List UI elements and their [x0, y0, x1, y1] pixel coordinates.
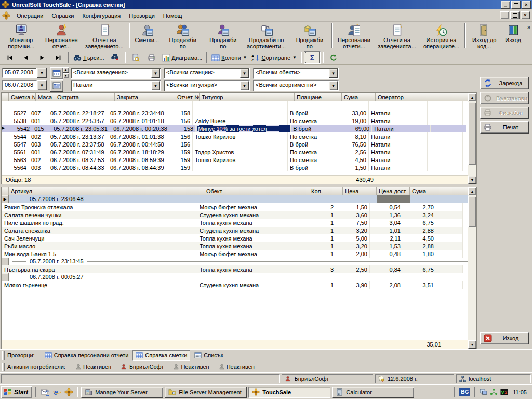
- table-row[interactable]: Мин.вода Банкя 1.5Мокър бюфет механа12,0…: [2, 250, 476, 258]
- table-row[interactable]: 553800105.7.2008 г. 22:53:5706.7.2008 г.…: [2, 117, 476, 125]
- menu-item-помощ[interactable]: Помощ: [159, 11, 187, 20]
- active-user-entry[interactable]: ЪнриълСофт: [117, 364, 167, 370]
- drag-grip[interactable]: [2, 351, 5, 360]
- column-header[interactable]: Сума: [342, 93, 376, 101]
- toolbar-button-history[interactable]: История на операциите...: [420, 22, 463, 49]
- toolbar-button-person-doc[interactable]: Персонални отчети...: [334, 22, 375, 49]
- toolbar-button-doc-bolt[interactable]: Отчети на заведенията...: [374, 22, 420, 49]
- start-button[interactable]: Start: [1, 386, 32, 398]
- column-header[interactable]: Октрита: [55, 93, 115, 101]
- chevron-down-icon[interactable]: ▼: [240, 69, 249, 78]
- calendar-toggle-button[interactable]: [50, 67, 63, 79]
- window-tab-inactive[interactable]: Списък: [191, 350, 226, 361]
- scroll-up-button[interactable]: ▲: [468, 93, 476, 101]
- table-row[interactable]: 552700705.7.2008 г. 22:18:2705.7.2008 г.…: [2, 109, 476, 117]
- print-bill-button[interactable]: Печат: [480, 121, 529, 134]
- toolbar-button-door[interactable]: Изход до код...: [467, 22, 501, 49]
- date-spinner[interactable]: ▲ ▼: [63, 67, 69, 78]
- column-header[interactable]: Артикул: [9, 187, 204, 195]
- close-button[interactable]: ×: [522, 1, 531, 9]
- taskbar-task-filemgmt[interactable]: File Server Management: [165, 387, 247, 398]
- toolbar-button-exit-app[interactable]: Изход: [501, 22, 525, 49]
- window-tab-inactive[interactable]: Справка персонални отчети: [42, 350, 132, 361]
- fiscal-receipt-button[interactable]: Фиск.бон: [480, 107, 529, 119]
- scroll-down-button[interactable]: ▼: [468, 176, 476, 184]
- table-row[interactable]: Салата печени чушкиСтудена кухня механа1…: [2, 211, 476, 219]
- toolbar-button-people-doc[interactable]: Продажби по оператори...: [163, 22, 203, 49]
- objects-combo[interactable]: <Всички обекти> ▼: [253, 68, 339, 79]
- toolbar-button-doc-bolt[interactable]: Отчет на заведението...: [82, 22, 127, 49]
- table-row[interactable]: 554400205.7.2008 г. 23:13:3706.7.2008 г.…: [2, 132, 476, 140]
- load-button[interactable]: Зарежда: [480, 77, 529, 89]
- holders-combo[interactable]: <Всички титуляри> ▼: [164, 80, 250, 91]
- table-row[interactable]: 556400306.7.2008 г. 08:44:3306.7.2008 г.…: [2, 164, 476, 171]
- date-from-dropdown[interactable]: ▼: [37, 68, 47, 78]
- table-row[interactable]: Салата снежанкаСтудена кухня механа13,20…: [2, 227, 476, 234]
- chevron-down-icon[interactable]: ▼: [329, 69, 338, 78]
- restore-bill-button[interactable]: Възстанови: [480, 92, 529, 104]
- columns-button[interactable]: Колони ▼: [209, 52, 249, 63]
- column-header[interactable]: Закрита: [115, 93, 175, 101]
- network-tray-icon[interactable]: [490, 388, 498, 396]
- column-header[interactable]: Обект: [204, 187, 309, 195]
- column-header[interactable]: Цена: [343, 187, 377, 195]
- order-time-group-row[interactable]: 05.7.2008 г. 23:13:45: [2, 258, 476, 265]
- prev-record-button[interactable]: [18, 52, 34, 63]
- toolbar-button-person-bolt[interactable]: Персонален отчет...: [42, 22, 82, 49]
- table-row[interactable]: Ракия Троянска отлежалаМокър бюфет механ…: [2, 203, 476, 211]
- column-header[interactable]: Сума: [410, 187, 443, 195]
- chevron-down-icon[interactable]: ▼: [151, 81, 160, 90]
- toolbar-button-product-doc[interactable]: Продажби по продукти...: [289, 22, 330, 49]
- chevron-down-icon[interactable]: ▼: [151, 69, 160, 78]
- drag-grip[interactable]: [2, 363, 5, 371]
- next-record-button[interactable]: [34, 52, 50, 63]
- menu-item-конфигурация[interactable]: Конфигурация: [78, 11, 125, 20]
- totals-sigma-button[interactable]: Σ: [304, 51, 321, 64]
- list-view-toggle-button[interactable]: [50, 79, 63, 92]
- table-row[interactable]: 554700305.7.2008 г. 23:37:5806.7.2008 г.…: [2, 140, 476, 148]
- scrollbar-vertical[interactable]: ▲▼: [468, 93, 476, 184]
- column-header[interactable]: Плащане: [295, 93, 342, 101]
- language-indicator[interactable]: BG: [459, 388, 470, 396]
- search-next-button[interactable]: [107, 52, 123, 63]
- scroll-thumb[interactable]: [468, 102, 476, 165]
- ie-quicklaunch-icon[interactable]: e: [51, 387, 62, 397]
- date-to-dropdown[interactable]: ▼: [37, 80, 47, 90]
- chevron-down-icon[interactable]: ▼: [240, 81, 249, 90]
- menu-item-справки[interactable]: Справки: [47, 11, 78, 20]
- assortments-combo[interactable]: <Всички асортименти> ▼: [253, 80, 339, 91]
- scrollbar-vertical[interactable]: ▲▼: [468, 187, 476, 349]
- minimize-button[interactable]: _: [501, 1, 510, 9]
- table-row[interactable]: Пиле шашлик по град.Топла кухня механа17…: [2, 219, 476, 227]
- operator-combo[interactable]: Натали ▼: [71, 80, 161, 91]
- taskbar-clock[interactable]: 11:05: [511, 389, 529, 395]
- order-time-group-row[interactable]: ▶05.7.2008 г. 23:06:48: [2, 195, 476, 203]
- column-header[interactable]: Титуляр: [200, 93, 295, 101]
- toolbar-button-monitor[interactable]: Монитор поръчки...: [1, 22, 42, 49]
- restore-button[interactable]: [511, 1, 521, 9]
- table-row[interactable]: ▶554201505.7.2008 г. 23:05:3106.7.2008 г…: [2, 125, 476, 132]
- first-record-button[interactable]: [2, 52, 18, 63]
- touchsale-quicklaunch-icon[interactable]: [63, 387, 74, 397]
- toolbar-button-client-doc[interactable]: Продажби по клиенти...: [203, 22, 244, 49]
- table-row[interactable]: [2, 101, 476, 109]
- scroll-thumb[interactable]: [468, 196, 476, 227]
- mdi-minimize-button[interactable]: _: [500, 11, 509, 19]
- last-record-button[interactable]: [50, 52, 66, 63]
- table-row[interactable]: Гъби маслоТопла кухня механа13,201,532,8…: [2, 242, 476, 250]
- taskbar-task-flower[interactable]: TouchSale: [248, 387, 330, 398]
- taskbar-task-server[interactable]: Manage Your Server: [81, 387, 163, 398]
- mdi-restore-button[interactable]: [510, 11, 520, 19]
- table-row[interactable]: Сач ЗеленчуциТопла кухня механа15,002,11…: [2, 234, 476, 242]
- exit-button[interactable]: Изход: [480, 332, 529, 344]
- table-row[interactable]: 556100106.7.2008 г. 07:31:4906.7.2008 г.…: [2, 148, 476, 156]
- menu-item-операции[interactable]: Операции: [12, 11, 47, 20]
- active-user-entry[interactable]: Неактивен: [216, 364, 258, 370]
- window-tab-active[interactable]: Справка сметки: [132, 350, 190, 361]
- mail-quicklaunch-icon[interactable]: [39, 387, 50, 397]
- refresh-button[interactable]: [326, 52, 341, 63]
- table-row[interactable]: Пъстърва на скараТопла кухня механа32,50…: [2, 265, 476, 273]
- sort-button[interactable]: AZ Сортиране ▼: [249, 52, 298, 63]
- diagram-button[interactable]: Диаграма...: [160, 52, 205, 63]
- mdi-close-button[interactable]: ×: [521, 11, 530, 19]
